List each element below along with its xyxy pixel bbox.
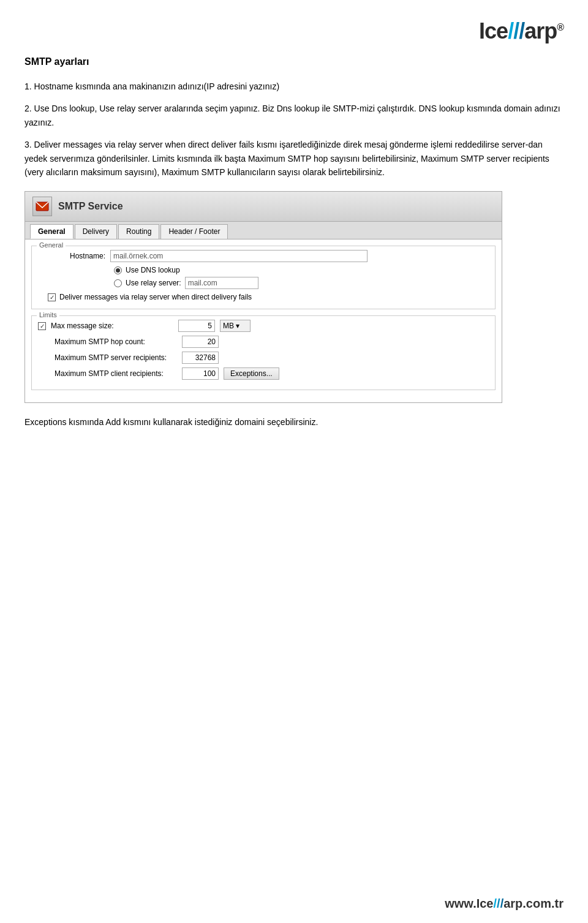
deliver-messages-checkbox[interactable] — [48, 293, 56, 301]
relay-server-label: Use relay server: — [126, 279, 181, 287]
max-hop-count-input[interactable] — [182, 336, 219, 348]
smtp-panel-header: SMTP Service — [25, 192, 502, 222]
general-group-label: General — [37, 241, 66, 249]
exceptions-button[interactable]: Exceptions... — [224, 367, 279, 380]
dns-lookup-row: Use DNS lookup — [38, 266, 489, 274]
footer-logo-container: www.Ice///arp.com.tr — [445, 897, 564, 911]
max-server-recipients-label: Maximum SMTP server recipients: — [55, 353, 177, 362]
smtp-service-panel: SMTP Service General Delivery Routing He… — [24, 191, 502, 403]
tab-header-footer[interactable]: Header / Footer — [160, 224, 228, 239]
footer-slash3: / — [500, 897, 504, 910]
limits-row-3: Maximum SMTP client recipients: Exceptio… — [38, 367, 489, 380]
section-1-number: 1. — [24, 81, 32, 91]
section-3-number: 3. — [24, 140, 32, 149]
logo-container: Ice///arp® — [24, 18, 564, 44]
logo-slash2: / — [513, 18, 519, 43]
section-1-text: Hostname kısmında ana makinanızın adınız… — [34, 81, 280, 91]
max-message-size-input[interactable] — [178, 320, 215, 332]
limits-row-2: Maximum SMTP server recipients: — [38, 352, 489, 364]
section-2-text: Use Dns lookup, Use relay server araları… — [24, 104, 560, 127]
max-hop-count-label: Maximum SMTP hop count: — [55, 337, 177, 346]
section-2-number: 2. — [24, 104, 32, 113]
logo-slash1: / — [508, 18, 513, 43]
footer-logo: www.Ice///arp.com.tr — [445, 897, 564, 910]
footer-domain: .com.tr — [522, 897, 564, 910]
logo-slash3: / — [519, 18, 524, 43]
reg-mark: ® — [557, 22, 564, 32]
smtp-panel-title: SMTP Service — [58, 201, 123, 212]
smtp-icon — [32, 197, 52, 216]
section-3: 3. Deliver messages via relay server whe… — [24, 138, 564, 179]
footer-text: Exceptions kısmında Add kısmını kullanar… — [24, 415, 564, 429]
relay-server-row: Use relay server: — [38, 277, 489, 289]
tab-routing[interactable]: Routing — [118, 224, 159, 239]
tab-delivery[interactable]: Delivery — [75, 224, 117, 239]
smtp-tabs: General Delivery Routing Header / Footer — [25, 222, 502, 239]
max-message-size-unit[interactable]: MB ▾ — [220, 320, 251, 332]
hostname-input[interactable] — [110, 250, 368, 262]
smtp-panel-body: General Hostname: Use DNS lookup Use rel… — [25, 239, 502, 402]
max-client-recipients-label: Maximum SMTP client recipients: — [55, 369, 177, 378]
hostname-label: Hostname: — [38, 252, 105, 260]
deliver-messages-label: Deliver messages via relay server when d… — [59, 293, 252, 301]
limits-group: Limits Max message size: MB ▾ Maximum SM… — [31, 315, 496, 390]
dns-lookup-radio[interactable] — [114, 266, 122, 274]
section-2: 2. Use Dns lookup, Use relay server aral… — [24, 102, 564, 129]
icewarp-logo: Ice///arp® — [479, 18, 564, 44]
max-message-size-checkbox[interactable] — [38, 322, 46, 330]
limits-row-1: Maximum SMTP hop count: — [38, 336, 489, 348]
limits-group-label: Limits — [37, 311, 59, 318]
max-client-recipients-input[interactable] — [182, 367, 219, 380]
general-group: General Hostname: Use DNS lookup Use rel… — [31, 246, 496, 309]
deliver-messages-row: Deliver messages via relay server when d… — [38, 293, 489, 301]
max-message-size-label: Max message size: — [51, 322, 173, 330]
section-3-text: Deliver messages via relay server when d… — [24, 140, 549, 177]
section-1: 1. Hostname kısmında ana makinanızın adı… — [24, 80, 564, 93]
page-title: SMTP ayarları — [24, 56, 564, 67]
tab-general[interactable]: General — [30, 224, 74, 239]
relay-server-input[interactable] — [185, 277, 258, 289]
max-server-recipients-input[interactable] — [182, 352, 219, 364]
hostname-row: Hostname: — [38, 250, 489, 262]
dns-lookup-label: Use DNS lookup — [126, 266, 180, 274]
relay-server-radio[interactable] — [114, 279, 122, 287]
limits-row-0: Max message size: MB ▾ — [38, 320, 489, 332]
